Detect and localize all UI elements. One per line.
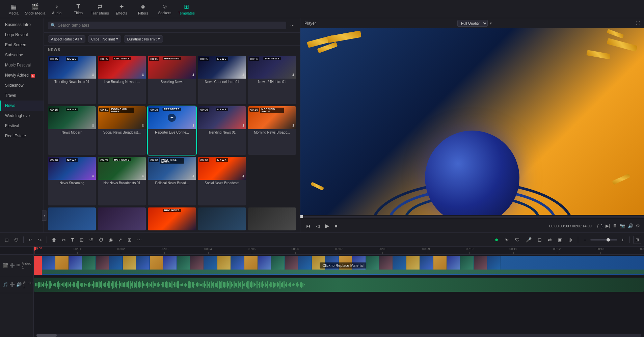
timeline-redo-button[interactable]: ↪ xyxy=(36,236,44,244)
toolbar-stock-media[interactable]: 🎬 Stock Media xyxy=(24,1,46,18)
audio-track-clip[interactable] xyxy=(34,278,644,292)
sidebar-item-travel[interactable]: Travel xyxy=(0,90,44,101)
toolbar-transitions[interactable]: ⇄ Transitions xyxy=(89,1,111,18)
newly-added-badge: N xyxy=(31,74,35,78)
zoom-out-button[interactable]: − xyxy=(582,236,588,244)
timeline-sun-btn[interactable]: ☀ xyxy=(503,236,511,244)
timeline-green-dot[interactable]: ● xyxy=(493,235,501,245)
timeline-cut-button[interactable]: ✂ xyxy=(60,236,68,244)
sidebar-item-newly-added[interactable]: Newly Added N xyxy=(0,70,44,80)
zoom-in-button[interactable]: + xyxy=(619,236,626,244)
audio-music-icon[interactable]: 🎵 xyxy=(3,282,8,287)
mark-out-button[interactable]: } xyxy=(601,223,602,228)
template-card-reporter-live[interactable]: REPORTER 00:05 ⬇ + Reporter Live Conne..… xyxy=(148,106,196,155)
timeline-magnet-tool[interactable]: ⚇ xyxy=(12,236,21,244)
progress-handle[interactable] xyxy=(300,215,303,218)
template-card-extra-5[interactable] xyxy=(248,207,296,230)
player-progress-bar[interactable] xyxy=(300,216,644,218)
timeline-layers-btn[interactable]: ⊟ xyxy=(536,236,544,244)
timeline-crop-button[interactable]: ⊡ xyxy=(78,236,86,244)
sidebar-item-subscribe[interactable]: Subscribe xyxy=(0,50,44,60)
template-card-political-news[interactable]: POLITICAL NEWS 00:28 ⬇ Political News Br… xyxy=(148,157,196,205)
mark-clip-button[interactable]: ▶| xyxy=(606,223,610,228)
sidebar-item-logo-reveal[interactable]: Logo Reveal xyxy=(0,30,44,40)
mark-in-button[interactable]: { xyxy=(597,223,598,228)
timeline-more-effects[interactable]: ⋯ xyxy=(135,236,144,244)
template-card-breaking-news[interactable]: BREAKING 00:15 ⬇ Breaking News xyxy=(148,56,196,104)
toolbar-media[interactable]: ▦ Media xyxy=(3,1,24,18)
template-card-morning-news[interactable]: MORNING SHOW 00:10 ⬇ Morning News Broadc… xyxy=(248,106,296,155)
fullscreen-icon[interactable]: ⛶ xyxy=(636,21,640,26)
duration-filter[interactable]: Duration : No limit ▾ xyxy=(124,35,163,43)
toolbar-audio[interactable]: ♪ Audio xyxy=(46,1,68,18)
sidebar-item-weddinglove[interactable]: WeddingLove xyxy=(0,111,44,121)
more-options-button[interactable]: ··· xyxy=(289,21,296,30)
timeline-mic-btn[interactable]: 🎤 xyxy=(524,236,534,244)
stop-button[interactable]: ■ xyxy=(333,222,339,230)
timeline-shield-btn[interactable]: 🛡 xyxy=(513,236,522,244)
prev-frame-button[interactable]: ⏮ xyxy=(304,222,312,230)
template-card-trending-news-intro-01[interactable]: NEWS 00:15 ⬇ Trending News Intro 01 xyxy=(48,56,96,104)
timeline-pip2-btn[interactable]: ▣ xyxy=(556,236,564,244)
audio-add-icon[interactable]: ➕ xyxy=(9,282,15,287)
volume-button[interactable]: 🔊 xyxy=(628,223,633,228)
search-input[interactable] xyxy=(58,23,284,28)
play-button[interactable]: ▶ xyxy=(324,221,330,230)
video-eye-icon[interactable]: 👁 xyxy=(16,263,21,268)
template-card-nbc-news[interactable]: NBC NEWS xyxy=(148,207,196,230)
screen-button[interactable]: 🖥 xyxy=(613,223,617,228)
template-card-hot-news-broadcasts[interactable]: HOT NEWS 00:05 ⬇ Hot News Broadcasts 01 xyxy=(98,157,146,205)
timeline-speed-button[interactable]: ⏱ xyxy=(97,236,105,244)
timeline-sync-btn[interactable]: ⇄ xyxy=(546,236,554,244)
template-card-extra-1[interactable] xyxy=(48,207,96,230)
sidebar-item-festival[interactable]: Festival xyxy=(0,121,44,131)
timeline-transform-button[interactable]: ⤢ xyxy=(116,236,124,244)
audio-speaker-icon[interactable]: 🔊 xyxy=(16,282,22,287)
timeline-pip-button[interactable]: ⊞ xyxy=(126,236,134,244)
template-card-extra-2[interactable] xyxy=(98,207,146,230)
zoom-slider[interactable] xyxy=(590,239,617,241)
scrollbar-thumb[interactable] xyxy=(36,334,57,337)
template-card-news-channel-intro[interactable]: NEWS 00:05 ⬇ News Channel Intro 01 xyxy=(198,56,246,104)
quality-select[interactable]: Full Quality 1/2 Quality 1/4 Quality xyxy=(457,20,488,27)
timeline-undo-button[interactable]: ↩ xyxy=(26,236,34,244)
template-card-social-news-broadcast[interactable]: ECONOMIC NEWS 00:31 ⬇ Social News Broadc… xyxy=(98,106,146,155)
video-track-clip[interactable]: Click to Replace Material xyxy=(42,256,644,275)
template-card-extra-4[interactable] xyxy=(198,207,246,230)
search-box[interactable]: 🔍 xyxy=(48,22,286,29)
video-add-icon[interactable]: ➕ xyxy=(9,263,15,268)
template-card-news-24h[interactable]: 24H NEWS 00:06 ⬇ News 24H Intro 01 xyxy=(248,56,296,104)
timeline-color-button[interactable]: ◉ xyxy=(107,236,115,244)
template-card-news-modern[interactable]: NEWS 00:15 ⬇ News Modern xyxy=(48,106,96,155)
sidebar-item-real-estate[interactable]: Real Estate xyxy=(0,131,44,141)
timeline-subtitle-btn[interactable]: ⊕ xyxy=(566,236,574,244)
toolbar-templates[interactable]: ⊞ Templates xyxy=(176,1,197,18)
timeline-rotate-button[interactable]: ↺ xyxy=(87,236,95,244)
toolbar-effects[interactable]: ✦ Effects xyxy=(111,1,132,18)
timeline-select-tool[interactable]: ◻ xyxy=(3,236,11,244)
timeline-grid-button[interactable]: ⊞ xyxy=(633,236,641,244)
settings-button[interactable]: ⚙ xyxy=(636,223,640,228)
toolbar-stickers[interactable]: ☺ Stickers xyxy=(154,1,176,18)
sidebar-item-slideshow[interactable]: Slideshow xyxy=(0,80,44,90)
sidebar-collapse-button[interactable]: ‹ xyxy=(42,210,47,221)
sidebar-item-music-festival[interactable]: Music Festival xyxy=(0,60,44,70)
template-card-trending-news-01[interactable]: NEWS 00:06 ⬇ Trending News 01 xyxy=(198,106,246,155)
sidebar-item-news[interactable]: News xyxy=(0,101,44,111)
toolbar-titles[interactable]: T Titles xyxy=(68,1,89,18)
toolbar-filters[interactable]: ◈ Filters xyxy=(132,1,154,18)
sidebar-item-business-intro[interactable]: Business Intro xyxy=(0,20,44,30)
video-camera-icon[interactable]: 🎬 xyxy=(3,263,8,268)
clips-filter[interactable]: Clips : No limit ▾ xyxy=(88,35,121,43)
sidebar-item-end-screen[interactable]: End Screen xyxy=(0,40,44,50)
template-card-news-streaming[interactable]: NEWS 00:10 ⬇ News Streaming xyxy=(48,157,96,205)
aspect-ratio-filter[interactable]: Aspect Ratio : All ▾ xyxy=(48,35,85,43)
template-card-social-news-broadcast-2[interactable]: NEWS 00:20 ⬇ Social News Broadcast xyxy=(198,157,246,205)
template-card-live-breaking-news[interactable]: CNC NEWS 00:05 ⬇ Live Breaking News In..… xyxy=(98,56,146,104)
audio-icon: ♪ xyxy=(55,3,58,10)
screenshot-button[interactable]: 📷 xyxy=(620,223,625,228)
timeline-text-button[interactable]: T xyxy=(69,236,76,244)
rewind-button[interactable]: ◁ xyxy=(315,222,321,230)
timeline-delete-button[interactable]: 🗑 xyxy=(50,236,58,244)
timeline-scrollbar[interactable] xyxy=(34,333,644,337)
